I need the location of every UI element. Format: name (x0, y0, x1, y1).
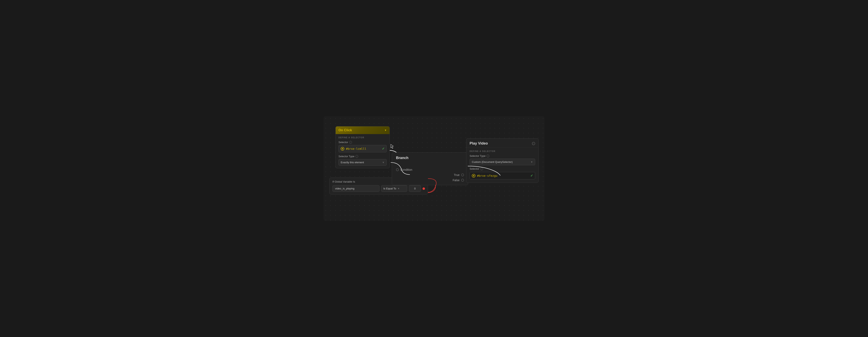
selector-type-dropdown-arrow: ▼ (382, 161, 384, 164)
playvideo-section-label: DEFINE A SELECTOR (470, 150, 535, 152)
selector-value-text: #brxe-lcmlll (346, 147, 380, 150)
selector-type-dropdown[interactable]: Exactly this element ▼ (338, 159, 387, 166)
onclick-header: On Click ▼ (336, 127, 390, 134)
branch-title: Branch (396, 156, 464, 160)
selector-type-value: Exactly this element (341, 161, 364, 164)
playvideo-selector-type-value: Custom (Document QuerySelector) (472, 161, 513, 164)
cursor-arrow-icon (390, 143, 396, 149)
branch-false-label: False (453, 178, 460, 182)
ifglobal-condition-arrow: ▼ (397, 187, 400, 190)
playvideo-selector-value-text: #brxe-sfezgu (477, 174, 529, 177)
playvideo-header: Play Video ▷ (466, 139, 538, 147)
workflow-canvas: On Click ▼ DEFINE A SELECTOR Selector i … (323, 116, 545, 221)
branch-condition-label: Condition (400, 168, 412, 171)
ifglobal-condition-value: Is Equal To (383, 187, 396, 190)
branch-false-port-out (461, 179, 464, 181)
ifglobal-condition-dropdown[interactable]: Is Equal To ▼ (381, 185, 407, 192)
onclick-body: DEFINE A SELECTOR Selector i #brxe-lcmll… (336, 134, 390, 168)
playvideo-dropdown-arrow: ▼ (530, 161, 533, 164)
onclick-section-label: DEFINE A SELECTOR (338, 137, 387, 139)
playvideo-selector-type-dropdown[interactable]: Custom (Document QuerySelector) ▼ (470, 159, 535, 165)
ifglobal-connector-dot (423, 188, 425, 190)
playvideo-selector-label: Selector i (470, 167, 535, 170)
branch-true-port-out (461, 173, 464, 176)
playvideo-selector-info-icon[interactable]: i (480, 168, 483, 170)
selector-type-info-icon[interactable]: i (355, 155, 358, 158)
onclick-collapse-arrow[interactable]: ▼ (384, 129, 387, 132)
onclick-title: On Click (338, 129, 352, 132)
playvideo-selector-type-info-icon[interactable]: i (487, 155, 489, 158)
ifglobal-variable-field[interactable]: video_is_playing (333, 185, 379, 192)
selector-info-icon[interactable]: i (349, 141, 352, 144)
playvideo-selector-type-label: Selector Type i (470, 155, 535, 158)
selector-field-label: Selector i (338, 141, 387, 144)
ifglobal-row: video_is_playing Is Equal To ▼ 0 (333, 185, 425, 192)
branch-condition-row: Condition (396, 168, 464, 171)
playvideo-title: Play Video (470, 141, 488, 145)
branch-node: Branch Condition True False (392, 152, 468, 185)
svg-marker-0 (391, 144, 393, 148)
selector-input-field[interactable]: #brxe-lcmlll ✓ (338, 145, 387, 152)
playvideo-node: Play Video ▷ DEFINE A SELECTOR Selector … (466, 138, 538, 183)
playvideo-check-icon: ✓ (530, 174, 533, 177)
playvideo-selector-input[interactable]: #brxe-sfezgu ✓ (470, 172, 535, 179)
playvideo-expand-arrow[interactable]: ▷ (532, 142, 535, 145)
selector-circle-icon (341, 147, 344, 150)
playvideo-selector-circle-icon (472, 174, 475, 177)
branch-true-label: True (454, 173, 460, 176)
onclick-node: On Click ▼ DEFINE A SELECTOR Selector i … (336, 126, 390, 168)
ifglobal-variable-value: video_is_playing (335, 187, 354, 190)
playvideo-body: DEFINE A SELECTOR Selector Type i Custom… (466, 147, 538, 182)
playvideo-selector-circle-inner (473, 175, 474, 176)
selector-type-field-label: Selector Type i (338, 155, 387, 158)
selector-circle-inner (342, 148, 343, 149)
branch-false-row: False (396, 178, 464, 182)
branch-true-row: True (396, 173, 464, 176)
selector-check-icon: ✓ (382, 147, 384, 150)
ifglobal-compare-value[interactable]: 0 (409, 185, 421, 192)
branch-condition-port-in (396, 168, 399, 171)
